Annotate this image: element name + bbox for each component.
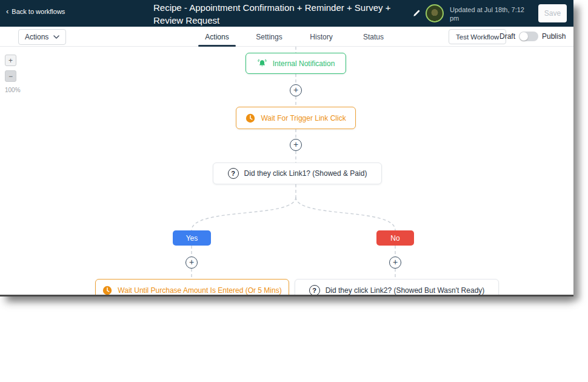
back-to-workflows-link[interactable]: ‹ Back to workflows	[6, 8, 65, 15]
tab-actions[interactable]: Actions	[191, 27, 243, 47]
actions-dropdown-label: Actions	[25, 33, 48, 41]
back-chevron-icon: ‹	[6, 7, 8, 15]
node-condition-link1[interactable]: ? Did they click Link1? (Showed & Paid)	[213, 163, 382, 184]
actions-dropdown[interactable]: Actions	[18, 29, 66, 45]
app-header: ‹ Back to workflows Recipe - Appointment…	[0, 0, 573, 27]
workflow-toolbar: Actions Actions Settings History Status …	[0, 27, 573, 47]
branch-label: No	[390, 234, 399, 243]
add-step-button-2[interactable]: +	[290, 139, 302, 151]
node-label: Wait Until Purchase Amount Is Entered (O…	[118, 286, 281, 295]
edit-title-pencil-icon[interactable]	[412, 9, 421, 18]
tab-bar: Actions Settings History Status	[191, 27, 399, 47]
add-step-button-1[interactable]: +	[290, 84, 302, 96]
node-label: Did they click Link2? (Showed But Wasn't…	[326, 286, 485, 295]
clock-icon	[246, 113, 255, 123]
updated-timestamp: Updated at Jul 18th, 7:12 pm	[450, 5, 535, 22]
branch-label: Yes	[186, 234, 198, 243]
workflow-title: Recipe - Appointment Confirmation + Remi…	[153, 1, 416, 27]
tab-status[interactable]: Status	[347, 27, 399, 47]
node-label: Internal Notification	[273, 59, 335, 68]
toggle-knob	[520, 32, 528, 41]
zoom-in-button[interactable]: +	[5, 55, 16, 66]
branch-yes[interactable]: Yes	[173, 230, 211, 246]
zoom-level: 100%	[5, 87, 29, 93]
chevron-down-icon	[53, 35, 59, 39]
bell-icon	[257, 59, 267, 68]
node-condition-link2[interactable]: ? Did they click Link2? (Showed But Wasn…	[295, 279, 499, 295]
question-icon: ?	[309, 285, 320, 295]
zoom-out-button[interactable]: −	[5, 70, 16, 82]
node-wait-for-trigger-link-click[interactable]: Wait For Trigger Link Click	[236, 107, 356, 129]
publish-toggle[interactable]	[519, 32, 538, 41]
node-internal-notification[interactable]: Internal Notification	[246, 53, 346, 74]
draft-label: Draft	[499, 32, 515, 41]
workflow-builder-window: ‹ Back to workflows Recipe - Appointment…	[0, 0, 573, 297]
node-label: Wait For Trigger Link Click	[261, 114, 346, 122]
save-button[interactable]: Save	[538, 4, 567, 22]
test-workflow-button[interactable]: Test Workflow	[449, 29, 506, 44]
branch-no[interactable]: No	[376, 230, 414, 246]
back-label: Back to workflows	[12, 8, 65, 15]
tab-history[interactable]: History	[295, 27, 347, 47]
add-step-button-yes[interactable]: +	[185, 256, 198, 269]
clock-icon	[102, 286, 112, 295]
zoom-controls: + − 100%	[5, 55, 29, 93]
node-label: Did they click Link1? (Showed & Paid)	[244, 169, 367, 178]
page: ‹ Back to workflows Recipe - Appointment…	[0, 0, 588, 382]
tab-settings[interactable]: Settings	[243, 27, 295, 47]
node-wait-until-purchase-amount[interactable]: Wait Until Purchase Amount Is Entered (O…	[95, 279, 289, 295]
question-icon: ?	[228, 168, 239, 179]
workflow-canvas[interactable]: + − 100% Internal Notification +	[0, 47, 573, 295]
add-step-button-no[interactable]: +	[389, 256, 401, 269]
publish-label: Publish	[542, 32, 566, 41]
account-avatar[interactable]	[426, 4, 444, 22]
